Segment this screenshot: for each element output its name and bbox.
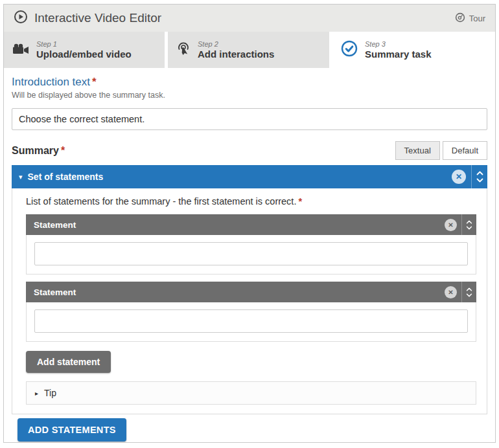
statement-1-body — [26, 235, 476, 274]
remove-statement-icon[interactable]: ✕ — [445, 219, 457, 231]
move-down-icon[interactable] — [466, 293, 472, 297]
statement-2-input[interactable] — [34, 309, 468, 333]
view-tab-default[interactable]: Default — [443, 141, 487, 160]
group-order-controls — [471, 165, 487, 188]
tip-panel[interactable]: ▸ Tip — [26, 381, 476, 405]
tour-label: Tour — [469, 14, 485, 23]
step2-label: Add interactions — [198, 49, 274, 60]
move-down-icon[interactable] — [466, 226, 472, 230]
statement-item-1: Statement ✕ — [26, 214, 476, 274]
collapse-caret-icon[interactable]: ▾ — [19, 173, 23, 181]
titlebar: Interactive Video Editor Tour — [4, 5, 495, 32]
remove-statement-icon[interactable]: ✕ — [445, 286, 457, 298]
set-of-statements-title: Set of statements — [28, 172, 452, 182]
set-of-statements-body: List of statements for the summary - the… — [12, 188, 487, 414]
statement-2-title: Statement — [34, 287, 445, 297]
statement-2-order-controls — [461, 282, 476, 302]
step1-label: Upload/embed video — [36, 49, 132, 60]
play-circle-icon — [14, 10, 28, 27]
tab-step3-summary-task[interactable]: Step 3 Summary task — [332, 32, 495, 68]
move-up-icon[interactable] — [466, 220, 472, 224]
step-tabs: Step 1 Upload/embed video Step 2 Add int… — [4, 32, 495, 68]
step1-eyebrow: Step 1 — [36, 40, 132, 48]
move-up-icon[interactable] — [476, 171, 483, 175]
move-up-icon[interactable] — [466, 287, 472, 291]
statement-1-input[interactable] — [34, 242, 468, 265]
tap-hand-icon — [176, 40, 191, 60]
add-statements-button[interactable]: ADD STATEMENTS — [17, 418, 126, 442]
summary-heading-row: Summary* Textual Default — [12, 140, 487, 160]
introduction-text-description: Will be displayed above the summary task… — [12, 91, 487, 102]
check-circle-icon — [341, 40, 358, 60]
set-of-statements-header[interactable]: ▾ Set of statements ✕ — [12, 165, 487, 188]
step2-eyebrow: Step 2 — [198, 40, 274, 48]
view-tab-textual[interactable]: Textual — [395, 141, 440, 160]
summary-label: Summary* — [12, 145, 393, 160]
statements-list-label: List of statements for the summary - the… — [26, 196, 476, 209]
statement-1-header[interactable]: Statement ✕ — [26, 214, 476, 235]
expand-caret-icon: ▸ — [35, 390, 38, 397]
introduction-text-input[interactable] — [12, 108, 487, 130]
video-camera-icon — [12, 43, 29, 57]
tab-step2-add-interactions[interactable]: Step 2 Add interactions — [168, 32, 329, 68]
statement-2-body — [26, 302, 476, 342]
statement-item-2: Statement ✕ — [26, 282, 476, 342]
add-statement-button[interactable]: Add statement — [26, 351, 111, 373]
set-of-statements-group: ▾ Set of statements ✕ List of statements… — [12, 165, 487, 414]
required-asterisk: * — [298, 196, 302, 207]
required-asterisk: * — [92, 76, 97, 88]
remove-group-icon[interactable]: ✕ — [452, 170, 466, 184]
tour-button[interactable]: Tour — [455, 12, 485, 25]
required-asterisk: * — [61, 145, 65, 156]
tour-icon — [455, 12, 465, 25]
statement-1-title: Statement — [34, 220, 445, 230]
page-title: Interactive Video Editor — [34, 11, 455, 25]
tip-label: Tip — [44, 388, 56, 398]
statement-1-order-controls — [461, 214, 476, 235]
introduction-text-label: Introduction text* — [12, 76, 487, 89]
step3-eyebrow: Step 3 — [365, 40, 432, 48]
editor-form: Introduction text* Will be displayed abo… — [4, 76, 495, 442]
editor-window: Interactive Video Editor Tour Step 1 Upl… — [3, 4, 496, 443]
statement-2-header[interactable]: Statement ✕ — [26, 282, 476, 302]
step3-label: Summary task — [365, 49, 432, 60]
tab-step1-upload-video[interactable]: Step 1 Upload/embed video — [4, 32, 165, 68]
move-down-icon[interactable] — [476, 178, 483, 183]
